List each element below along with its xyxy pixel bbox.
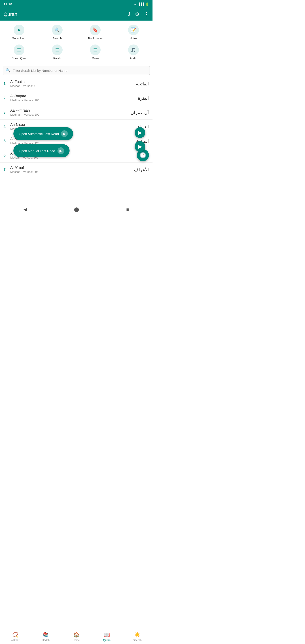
surah-qirat-icon: ☰ [14, 44, 24, 55]
surah-meta: Medinan - Verses: 200 [10, 113, 130, 116]
audio-button[interactable]: 🎵 Audio [114, 42, 153, 62]
home-button[interactable]: ⬤ [74, 206, 79, 212]
quick-row-1: ➤ Go to Ayah 🔍 Search 🔖 Bookmarks 📝 Note… [0, 22, 152, 42]
surah-info: Aal-i-Imraan Medinan - Verses: 200 [10, 108, 130, 116]
surah-name-en: An-Nisaa [10, 123, 138, 127]
surah-number: 7 [4, 168, 10, 172]
quick-actions: ➤ Go to Ayah 🔍 Search 🔖 Bookmarks 📝 Note… [0, 20, 152, 64]
surah-number: 4 [4, 125, 10, 129]
status-bar: 12:20 ▲ ▐▐▐ 🔋 [0, 0, 152, 8]
audio-icon: 🎵 [128, 44, 139, 55]
settings-icon[interactable]: ⚙ [135, 12, 140, 17]
search-label: Search [52, 37, 62, 40]
fab-manual-read[interactable]: ▶ [134, 141, 145, 152]
surah-meta: Medinan - Verses: 286 [10, 98, 138, 102]
arrow-icon: ▶ [61, 130, 68, 137]
goto-ayah-label: Go to Ayah [12, 37, 26, 40]
surah-list: 1 Al-Faatiha Meccan - Verses: 7 الفاتحة … [0, 77, 152, 177]
surah-name-ar: الأعراف [134, 167, 149, 172]
notes-icon: 📝 [128, 24, 139, 35]
topbar: Quran ⤴ ⚙ ⋮ [0, 8, 152, 20]
status-time: 12:20 [4, 2, 12, 6]
surah-number: 3 [4, 110, 10, 114]
goto-ayah-button[interactable]: ➤ Go to Ayah [0, 22, 38, 42]
surah-number: 2 [4, 96, 10, 100]
surah-name-en: Al-A'raaf [10, 166, 134, 170]
battery-icon: 🔋 [145, 2, 149, 6]
open-manual-last-read-button[interactable]: Open Manual Last Read ▶ [14, 144, 70, 157]
fab-container: ▶ ▶ [138, 127, 149, 152]
manual-last-read-label: Open Manual Last Read [19, 149, 55, 153]
surah-item[interactable]: 1 Al-Faatiha Meccan - Verses: 7 الفاتحة [0, 77, 152, 91]
surah-meta: Meccan - Verses: 7 [10, 84, 136, 88]
search-bar-icon: 🔍 [6, 68, 10, 73]
surah-name-ar: آل عمران [130, 110, 149, 115]
surah-meta: Meccan - Verses: 206 [10, 170, 134, 174]
search-input[interactable] [13, 69, 147, 72]
auto-last-read-row: Open Automatic Last Read ▶ [14, 127, 73, 140]
surah-item[interactable]: 3 Aal-i-Imraan Medinan - Verses: 200 آل … [0, 105, 152, 120]
surah-info: Al-A'raaf Meccan - Verses: 206 [10, 166, 134, 174]
back-button[interactable]: ◀ [24, 206, 27, 212]
surah-name-en: Al-Baqara [10, 94, 138, 98]
surah-item[interactable]: 2 Al-Baqara Medinan - Verses: 286 البقرة [0, 91, 152, 105]
surah-number: 1 [4, 82, 10, 86]
search-button[interactable]: 🔍 Search [38, 22, 76, 42]
signal-icon: ▐▐▐ [138, 2, 144, 6]
search-bar[interactable]: 🔍 [3, 66, 150, 75]
topbar-title: Quran [4, 12, 17, 17]
manual-last-read-row: Open Manual Last Read ▶ [14, 144, 73, 157]
recent-button[interactable]: ■ [126, 207, 129, 212]
ruku-button[interactable]: ☰ Ruku [76, 42, 114, 62]
ruku-icon: ☰ [90, 44, 100, 55]
popup-container: Open Automatic Last Read ▶ Open Manual L… [14, 127, 73, 157]
parah-icon: ☰ [52, 44, 62, 55]
audio-label: Audio [130, 56, 137, 60]
fab-auto-icon: ▶ [138, 130, 142, 136]
more-icon[interactable]: ⋮ [144, 12, 149, 17]
surah-5-container: 5 Al-Maaida Medinan - Verses: 120 المائد… [0, 134, 152, 148]
surah-name-en: Aal-i-Imraan [10, 108, 130, 112]
surah-name-ar: البقرة [138, 96, 149, 101]
surah-item[interactable]: 7 Al-A'raaf Meccan - Verses: 206 الأعراف [0, 162, 152, 177]
surah-qirat-button[interactable]: ☰ Surah Qirat [0, 42, 38, 62]
bookmarks-label: Bookmarks [88, 37, 103, 40]
topbar-icons: ⤴ ⚙ ⋮ [128, 12, 149, 17]
surah-number: 5 [4, 139, 10, 143]
parah-button[interactable]: ☰ Parah [38, 42, 76, 62]
goto-ayah-icon: ➤ [14, 24, 24, 35]
arrow-icon-2: ▶ [58, 147, 64, 154]
surah-name-en: Al-Faatiha [10, 80, 136, 84]
auto-last-read-label: Open Automatic Last Read [19, 132, 59, 136]
status-icons: ▲ ▐▐▐ 🔋 [134, 2, 149, 6]
ruku-label: Ruku [92, 56, 98, 60]
search-icon: 🔍 [52, 24, 62, 35]
bookmarks-icon: 🔖 [90, 24, 100, 35]
surah-name-ar: الفاتحة [136, 81, 149, 86]
clock-icon: 🕐 [140, 152, 146, 158]
wifi-icon: ▲ [134, 2, 136, 6]
bookmarks-button[interactable]: 🔖 Bookmarks [76, 22, 114, 42]
notes-button[interactable]: 📝 Notes [114, 22, 153, 42]
fab-auto-read[interactable]: ▶ [134, 127, 145, 138]
share-icon[interactable]: ⤴ [128, 12, 130, 17]
surah-info: Al-Baqara Medinan - Verses: 286 [10, 94, 138, 102]
system-nav: ◀ ⬤ ■ [0, 204, 152, 215]
surah-number: 6 [4, 154, 10, 158]
surah-qirat-label: Surah Qirat [12, 56, 26, 60]
quick-row-2: ☰ Surah Qirat ☰ Parah ☰ Ruku 🎵 Audio [0, 42, 152, 62]
open-automatic-last-read-button[interactable]: Open Automatic Last Read ▶ [14, 127, 73, 140]
surah-info: Al-Faatiha Meccan - Verses: 7 [10, 80, 136, 88]
parah-label: Parah [53, 56, 61, 60]
notes-label: Notes [130, 37, 137, 40]
fab-manual-icon: ▶ [138, 143, 142, 150]
